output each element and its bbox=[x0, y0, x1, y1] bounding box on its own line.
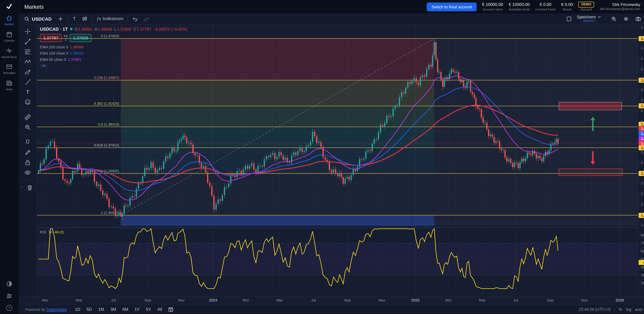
price-tick: 1.33000 bbox=[641, 191, 644, 196]
time-axis[interactable]: MrzMaiJulSepNov2024MrzMaiJulSepNov2025Mr… bbox=[19, 296, 644, 304]
auto-scale-toggle[interactable]: auto bbox=[635, 307, 643, 311]
brand-logo[interactable] bbox=[6, 3, 12, 10]
layout-select-icon[interactable] bbox=[565, 15, 573, 23]
undo-icon[interactable] bbox=[131, 15, 139, 23]
range-3m-button[interactable]: 3M bbox=[108, 306, 118, 312]
time-tick: 2024 bbox=[209, 298, 217, 302]
range-5y-button[interactable]: 5Y bbox=[144, 306, 153, 312]
hide-drawings-eye-icon[interactable] bbox=[22, 168, 33, 176]
tradingview-link[interactable]: TradingView bbox=[46, 307, 67, 311]
demo-badge: DEMO bbox=[578, 2, 594, 8]
clock[interactable]: 23:44:59 (UTC+2) bbox=[578, 307, 611, 311]
sidebar-item-news[interactable]: News bbox=[0, 80, 18, 91]
price-tick: 1.45000 bbox=[641, 67, 644, 71]
price-tick: 1.47000 bbox=[641, 46, 644, 50]
search-icon bbox=[24, 16, 30, 22]
rsi-tick: 20.00 bbox=[641, 281, 644, 285]
sell-button[interactable]: 1.37797 bbox=[40, 34, 62, 42]
toolbar-collapse-icon[interactable] bbox=[20, 184, 24, 192]
range-1y-button[interactable]: 1Y bbox=[133, 306, 142, 312]
log-scale-toggle[interactable]: log bbox=[626, 307, 631, 311]
range-6m-button[interactable]: 6M bbox=[121, 306, 130, 312]
symbol-title[interactable]: USDCAD · 1T bbox=[40, 27, 68, 32]
sidebar-item-market-buzz[interactable]: Market Buzz bbox=[0, 47, 18, 59]
text-tool-icon[interactable]: T bbox=[22, 88, 33, 96]
price-tick: 1.37000 bbox=[641, 150, 644, 154]
sidebar-item-label: News bbox=[6, 88, 12, 91]
indicators-button[interactable]: ƒx Indikatoren bbox=[95, 15, 125, 22]
time-tick: Nov bbox=[178, 298, 184, 302]
add-symbol-icon[interactable] bbox=[56, 15, 65, 23]
edit-pencil-icon[interactable] bbox=[22, 148, 33, 156]
price-tick: 1.43000 bbox=[641, 88, 644, 92]
chart-area[interactable]: 0 (1.47920)0.236 (1.43907)0.382 (1.41425… bbox=[37, 24, 638, 296]
pattern-icon[interactable] bbox=[22, 58, 33, 66]
symbol-search[interactable]: USDCAD bbox=[22, 15, 53, 23]
stat-available-funds: € 10000.00Available funds bbox=[508, 2, 530, 11]
rsi-legend[interactable]: RSI1446.01 bbox=[40, 230, 64, 234]
range-1d-button[interactable]: 1D bbox=[73, 306, 82, 312]
chart-type-icon[interactable] bbox=[81, 15, 89, 23]
svg-text:0.382 (1.41425): 0.382 (1.41425) bbox=[94, 102, 119, 106]
zoom-in-icon[interactable] bbox=[22, 123, 33, 131]
price-label-badge: 1.30917 bbox=[638, 213, 644, 218]
quick-search-icon[interactable] bbox=[610, 15, 618, 23]
price-label-badge: 1.38025 bbox=[638, 131, 644, 136]
fib-retracement-icon[interactable] bbox=[22, 48, 33, 56]
market-open-dot bbox=[70, 28, 72, 30]
forecast-icon[interactable] bbox=[22, 68, 33, 76]
theme-contrast-icon[interactable] bbox=[6, 280, 12, 287]
range-1m-button[interactable]: 1M bbox=[96, 306, 106, 312]
chevron-down-icon bbox=[597, 15, 602, 20]
toolbar-divider bbox=[128, 16, 128, 22]
indicator-legend-ema100[interactable]: EMA 100 close 01.38025 bbox=[40, 51, 188, 56]
brush-icon[interactable] bbox=[22, 78, 33, 86]
rsi-tick: 70.00 bbox=[641, 241, 644, 245]
price-axis[interactable]: 1.490001.470001.460001.450001.430001.420… bbox=[638, 24, 644, 296]
svg-text:1 (1.30917): 1 (1.30917) bbox=[101, 211, 119, 215]
price-label-badge: 1.34930 bbox=[638, 171, 644, 176]
sidebar-item-markets[interactable]: Markets bbox=[0, 15, 18, 26]
toolbar-divider bbox=[70, 306, 70, 312]
interval-button[interactable]: T bbox=[71, 15, 78, 22]
time-tick: Sep bbox=[547, 298, 554, 302]
time-tick: Mai bbox=[276, 298, 282, 302]
sidebar-item-messages[interactable]: Messages bbox=[0, 64, 18, 75]
indicator-legend-ema200[interactable]: EMA 200 close 01.38584 bbox=[40, 45, 188, 49]
toolbar-divider bbox=[614, 306, 615, 312]
emoji-icon[interactable] bbox=[22, 98, 33, 106]
time-tick: Nov bbox=[581, 298, 588, 302]
fx-icon: ƒx bbox=[96, 16, 101, 21]
indicator-legend-ema50[interactable]: EMA 50 close 01.37881 bbox=[40, 58, 188, 62]
snapshot-camera-icon[interactable] bbox=[634, 15, 642, 23]
redo-icon[interactable] bbox=[142, 15, 151, 23]
magnet-icon[interactable] bbox=[22, 138, 33, 146]
help-icon[interactable]: ? bbox=[6, 305, 12, 311]
switch-to-real-button[interactable]: Switch to Real account bbox=[427, 2, 476, 11]
legend-collapse-icon[interactable] bbox=[40, 64, 48, 68]
crosshair-icon[interactable] bbox=[22, 27, 33, 35]
range-5d-button[interactable]: 5D bbox=[85, 306, 94, 312]
trash-icon[interactable] bbox=[24, 184, 35, 192]
price-tick: 1.41000 bbox=[641, 108, 644, 113]
toolbar-divider bbox=[22, 180, 33, 180]
time-tick: Sep bbox=[344, 298, 351, 302]
buy-button[interactable]: 1.37835 bbox=[70, 34, 92, 42]
range-all-button[interactable]: All bbox=[156, 306, 164, 312]
save-button[interactable]: Speichern Speichern bbox=[577, 15, 602, 23]
price-label-badge: 1.43907 bbox=[638, 78, 644, 83]
sidebar-item-calendar[interactable]: Calendar bbox=[0, 31, 18, 42]
percent-scale-toggle[interactable]: % bbox=[619, 307, 622, 311]
measure-ruler-icon[interactable] bbox=[22, 113, 33, 121]
chart-settings-icon[interactable] bbox=[622, 15, 630, 23]
user-info[interactable]: Dirk Friczewsky dirk.friczewsky@gmail.co… bbox=[600, 2, 640, 12]
price-tick: 1.34000 bbox=[641, 181, 644, 185]
preferences-icon[interactable] bbox=[6, 293, 12, 299]
time-tick: Mai bbox=[76, 298, 82, 302]
time-tick: Mrz bbox=[42, 298, 48, 302]
toolbar-divider bbox=[606, 16, 606, 22]
lock-icon[interactable] bbox=[22, 158, 33, 166]
trendline-icon[interactable] bbox=[22, 37, 33, 45]
goto-date-icon[interactable] bbox=[167, 305, 175, 313]
stat-account-value: € 10000.00Account value bbox=[482, 2, 503, 11]
